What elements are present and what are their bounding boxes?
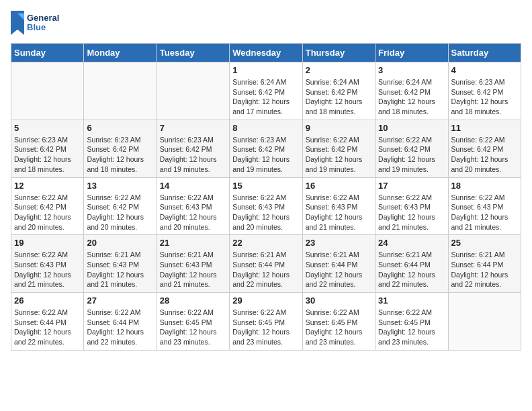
daylight-text: Daylight: 12 hours and 18 minutes. <box>306 97 372 116</box>
sunset-text: Sunset: 6:43 PM <box>378 202 445 212</box>
sunset-text: Sunset: 6:42 PM <box>87 144 153 154</box>
sunrise-text: Sunrise: 6:22 AM <box>160 193 226 203</box>
sunset-text: Sunset: 6:45 PM <box>160 318 226 328</box>
sunrise-text: Sunrise: 6:21 AM <box>451 250 518 260</box>
sunrise-text: Sunrise: 6:22 AM <box>232 193 299 203</box>
day-number: 21 <box>160 238 226 248</box>
calendar-cell: 1Sunrise: 6:24 AMSunset: 6:42 PMDaylight… <box>230 62 302 120</box>
calendar-cell <box>84 62 157 120</box>
sunset-text: Sunset: 6:42 PM <box>14 144 81 154</box>
sunset-text: Sunset: 6:42 PM <box>306 87 372 97</box>
day-info: Sunrise: 6:22 AMSunset: 6:45 PMDaylight:… <box>378 308 445 347</box>
daylight-text: Daylight: 12 hours and 17 minutes. <box>232 97 299 116</box>
day-header-tuesday: Tuesday <box>157 44 229 62</box>
day-info: Sunrise: 6:22 AMSunset: 6:42 PMDaylight:… <box>451 135 518 175</box>
logo-line2: Blue <box>27 23 59 32</box>
day-number: 3 <box>378 65 445 75</box>
sunrise-text: Sunrise: 6:23 AM <box>87 135 153 145</box>
sunrise-text: Sunrise: 6:22 AM <box>451 135 518 145</box>
sunset-text: Sunset: 6:43 PM <box>451 202 518 212</box>
day-info: Sunrise: 6:21 AMSunset: 6:44 PMDaylight:… <box>232 250 299 289</box>
sunrise-text: Sunrise: 6:21 AM <box>232 250 299 260</box>
sunset-text: Sunset: 6:45 PM <box>378 318 445 328</box>
day-number: 12 <box>14 181 81 191</box>
daylight-text: Daylight: 12 hours and 19 minutes. <box>160 154 226 174</box>
sunrise-text: Sunrise: 6:24 AM <box>306 77 372 87</box>
sunset-text: Sunset: 6:42 PM <box>306 144 372 154</box>
calendar-table: SundayMondayTuesdayWednesdayThursdayFrid… <box>11 43 521 351</box>
daylight-text: Daylight: 12 hours and 22 minutes. <box>451 270 518 289</box>
day-number: 14 <box>160 181 226 191</box>
logo-line1: General <box>27 13 59 23</box>
sunrise-text: Sunrise: 6:22 AM <box>232 308 299 318</box>
calendar-cell: 6Sunrise: 6:23 AMSunset: 6:42 PMDaylight… <box>84 120 157 177</box>
day-info: Sunrise: 6:24 AMSunset: 6:42 PMDaylight:… <box>378 77 445 117</box>
day-number: 19 <box>14 238 81 248</box>
day-info: Sunrise: 6:22 AMSunset: 6:43 PMDaylight:… <box>160 193 226 232</box>
day-header-sunday: Sunday <box>11 44 84 62</box>
day-number: 30 <box>306 295 372 306</box>
calendar-header-row: SundayMondayTuesdayWednesdayThursdayFrid… <box>11 44 521 62</box>
sunset-text: Sunset: 6:42 PM <box>87 202 153 212</box>
sunrise-text: Sunrise: 6:21 AM <box>160 250 226 260</box>
calendar-cell: 23Sunrise: 6:21 AMSunset: 6:44 PMDayligh… <box>302 235 375 293</box>
sunrise-text: Sunrise: 6:22 AM <box>451 193 518 203</box>
day-number: 31 <box>378 295 445 306</box>
calendar-cell: 18Sunrise: 6:22 AMSunset: 6:43 PMDayligh… <box>448 177 521 235</box>
sunset-text: Sunset: 6:44 PM <box>306 260 372 270</box>
day-info: Sunrise: 6:21 AMSunset: 6:43 PMDaylight:… <box>87 250 153 289</box>
daylight-text: Daylight: 12 hours and 20 minutes. <box>451 154 518 174</box>
logo-text: General Blue <box>27 13 59 33</box>
day-info: Sunrise: 6:22 AMSunset: 6:43 PMDaylight:… <box>378 193 445 232</box>
day-info: Sunrise: 6:22 AMSunset: 6:42 PMDaylight:… <box>306 135 372 175</box>
day-info: Sunrise: 6:22 AMSunset: 6:42 PMDaylight:… <box>87 193 153 232</box>
sunset-text: Sunset: 6:42 PM <box>378 144 445 154</box>
daylight-text: Daylight: 12 hours and 20 minutes. <box>87 212 153 232</box>
calendar-cell: 14Sunrise: 6:22 AMSunset: 6:43 PMDayligh… <box>157 177 229 235</box>
day-info: Sunrise: 6:22 AMSunset: 6:45 PMDaylight:… <box>232 308 299 347</box>
day-number: 17 <box>378 181 445 191</box>
sunrise-text: Sunrise: 6:22 AM <box>378 135 445 145</box>
calendar-cell: 7Sunrise: 6:23 AMSunset: 6:42 PMDaylight… <box>157 120 229 177</box>
day-header-thursday: Thursday <box>302 44 375 62</box>
calendar-cell: 25Sunrise: 6:21 AMSunset: 6:44 PMDayligh… <box>448 235 521 293</box>
sunset-text: Sunset: 6:44 PM <box>232 260 299 270</box>
day-number: 4 <box>451 65 518 75</box>
calendar-cell <box>448 293 521 351</box>
calendar-cell: 11Sunrise: 6:22 AMSunset: 6:42 PMDayligh… <box>448 120 521 177</box>
day-number: 24 <box>378 238 445 248</box>
day-info: Sunrise: 6:23 AMSunset: 6:42 PMDaylight:… <box>232 135 299 175</box>
daylight-text: Daylight: 12 hours and 21 minutes. <box>160 270 226 289</box>
calendar-cell: 27Sunrise: 6:22 AMSunset: 6:44 PMDayligh… <box>84 293 157 351</box>
sunset-text: Sunset: 6:42 PM <box>232 87 299 97</box>
calendar-cell: 30Sunrise: 6:22 AMSunset: 6:45 PMDayligh… <box>302 293 375 351</box>
day-info: Sunrise: 6:22 AMSunset: 6:44 PMDaylight:… <box>87 308 153 347</box>
day-number: 9 <box>306 123 372 133</box>
day-info: Sunrise: 6:24 AMSunset: 6:42 PMDaylight:… <box>232 77 299 117</box>
day-number: 23 <box>306 238 372 248</box>
day-info: Sunrise: 6:22 AMSunset: 6:43 PMDaylight:… <box>232 193 299 232</box>
sunrise-text: Sunrise: 6:23 AM <box>451 77 518 87</box>
day-info: Sunrise: 6:21 AMSunset: 6:44 PMDaylight:… <box>306 250 372 289</box>
daylight-text: Daylight: 12 hours and 21 minutes. <box>378 212 445 232</box>
calendar-cell <box>11 62 84 120</box>
day-info: Sunrise: 6:22 AMSunset: 6:44 PMDaylight:… <box>14 308 81 347</box>
calendar-cell: 5Sunrise: 6:23 AMSunset: 6:42 PMDaylight… <box>11 120 84 177</box>
daylight-text: Daylight: 12 hours and 18 minutes. <box>14 154 81 174</box>
daylight-text: Daylight: 12 hours and 19 minutes. <box>378 154 445 174</box>
day-number: 16 <box>306 181 372 191</box>
daylight-text: Daylight: 12 hours and 20 minutes. <box>160 212 226 232</box>
day-number: 18 <box>451 181 518 191</box>
calendar-cell: 21Sunrise: 6:21 AMSunset: 6:43 PMDayligh… <box>157 235 229 293</box>
sunrise-text: Sunrise: 6:22 AM <box>306 135 372 145</box>
sunrise-text: Sunrise: 6:22 AM <box>306 193 372 203</box>
logo-icon <box>11 11 24 35</box>
sunset-text: Sunset: 6:43 PM <box>306 202 372 212</box>
sunrise-text: Sunrise: 6:23 AM <box>14 135 81 145</box>
day-info: Sunrise: 6:24 AMSunset: 6:42 PMDaylight:… <box>306 77 372 117</box>
daylight-text: Daylight: 12 hours and 20 minutes. <box>232 212 299 232</box>
sunset-text: Sunset: 6:45 PM <box>232 318 299 328</box>
daylight-text: Daylight: 12 hours and 21 minutes. <box>14 270 81 289</box>
sunset-text: Sunset: 6:43 PM <box>87 260 153 270</box>
sunset-text: Sunset: 6:43 PM <box>14 260 81 270</box>
